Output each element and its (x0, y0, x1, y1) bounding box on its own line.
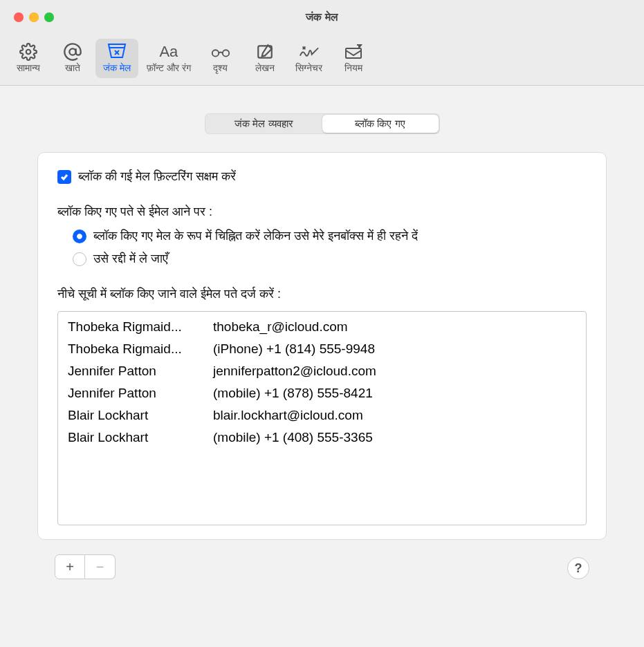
minimize-window-button[interactable] (29, 12, 39, 22)
add-button[interactable]: + (55, 554, 85, 579)
blocked-action-heading: ब्लॉक किए गए पते से ईमेल आने पर : (57, 205, 587, 219)
list-edit-buttons: + − (55, 554, 116, 579)
segment-junk-behavior[interactable]: जंक मेल व्यवहार (206, 115, 322, 133)
maximize-window-button[interactable] (44, 12, 54, 22)
list-item: Jennifer Patton(mobile) +1 (878) 555-842… (68, 382, 576, 404)
radio-option-move-to-trash: उसे रद्दी में ले जाएँ (73, 252, 587, 266)
blocked-name: Blair Lockhart (68, 426, 213, 449)
blocked-name: Jennifer Patton (68, 360, 213, 382)
close-window-button[interactable] (14, 12, 24, 22)
tab-general[interactable]: सामान्य (7, 39, 50, 78)
tab-label: नियम (344, 62, 362, 74)
blocked-contact: blair.lockhart@icloud.com (213, 404, 576, 426)
window-controls (14, 12, 54, 22)
blocked-action-radio-group: ब्लॉक किए गए मेल के रूप में चिह्नित करें… (73, 229, 587, 266)
tab-accounts[interactable]: खाते (51, 39, 94, 78)
list-item: Jennifer Pattonjenniferpatton2@icloud.co… (68, 360, 576, 382)
tab-label: खाते (65, 62, 80, 74)
blocked-contact: (mobile) +1 (878) 555-8421 (213, 382, 576, 404)
rules-icon (343, 41, 364, 62)
radio-option-mark-as-junk: ब्लॉक किए गए मेल के रूप में चिह्नित करें… (73, 229, 587, 243)
compose-icon (255, 41, 275, 62)
blocked-name: Jennifer Patton (68, 382, 213, 404)
svg-point-1 (69, 48, 75, 55)
content-area: जंक मेल व्यवहार ब्लॉक किए गए ब्लॉक की गई… (0, 86, 644, 554)
svg-point-3 (223, 50, 229, 56)
list-item: Thobeka Rigmaid...thobeka_r@icloud.com (68, 316, 576, 338)
at-icon (62, 41, 83, 62)
tab-label: जंक मेल (103, 62, 131, 74)
radio-move-to-trash[interactable] (73, 252, 86, 266)
blocked-pane: ब्लॉक की गई मेल फ़िल्टरिंग सक्षम करें ब्… (37, 152, 607, 540)
segment-blocked[interactable]: ब्लॉक किए गए (322, 115, 439, 133)
tab-label: दृश्य (213, 62, 228, 74)
blocked-contact: jenniferpatton2@icloud.com (213, 360, 576, 382)
help-button[interactable]: ? (567, 557, 589, 579)
blocked-list-heading: नीचे सूची में ब्लॉक किए जाने वाले ईमेल प… (57, 287, 587, 301)
tab-composing[interactable]: लेखन (243, 39, 286, 78)
tab-label: फ़ॉन्ट और रंग (147, 62, 191, 74)
enable-blocked-checkbox[interactable] (57, 170, 71, 184)
segmented-control: जंक मेल व्यवहार ब्लॉक किए गए (205, 113, 440, 134)
tab-viewing[interactable]: दृश्य (199, 39, 242, 78)
tab-label: सिग्नेचर (295, 62, 322, 74)
enable-blocked-filter-row: ब्लॉक की गई मेल फ़िल्टरिंग सक्षम करें (57, 169, 587, 184)
tab-fonts-colors[interactable]: Aa फ़ॉन्ट और रंग (140, 39, 198, 78)
enable-blocked-label: ब्लॉक की गई मेल फ़िल्टरिंग सक्षम करें (78, 169, 236, 184)
junk-box-icon (107, 41, 127, 62)
list-item: Blair Lockhartblair.lockhart@icloud.com (68, 404, 576, 426)
blocked-contact: (mobile) +1 (408) 555-3365 (213, 426, 576, 449)
blocked-contact: (iPhone) +1 (814) 555-9948 (213, 338, 576, 360)
tab-signatures[interactable]: सिग्नेचर (288, 39, 331, 78)
preferences-window: जंक मेल सामान्य खाते जंक मेल Aa फ़ॉन्ट औ… (0, 0, 644, 647)
remove-button[interactable]: − (85, 554, 116, 579)
preferences-toolbar: सामान्य खाते जंक मेल Aa फ़ॉन्ट और रंग दृ… (0, 35, 644, 86)
radio-mark-as-junk[interactable] (73, 229, 86, 243)
tab-label: सामान्य (17, 62, 40, 74)
glasses-icon (210, 41, 231, 62)
aa-icon: Aa (158, 41, 179, 62)
svg-rect-5 (346, 48, 361, 58)
list-item: Thobeka Rigmaid...(iPhone) +1 (814) 555-… (68, 338, 576, 360)
svg-point-0 (26, 50, 31, 55)
title-bar: जंक मेल (0, 0, 644, 35)
tab-label: लेखन (255, 62, 275, 74)
tab-rules[interactable]: नियम (332, 39, 375, 78)
blocked-name: Thobeka Rigmaid... (68, 316, 213, 338)
radio-label: ब्लॉक किए गए मेल के रूप में चिह्नित करें… (93, 229, 418, 243)
gear-icon (18, 41, 39, 62)
blocked-contact: thobeka_r@icloud.com (213, 316, 576, 338)
blocked-list[interactable]: Thobeka Rigmaid...thobeka_r@icloud.com T… (57, 311, 587, 525)
tab-junk-mail[interactable]: जंक मेल (95, 39, 138, 78)
blocked-name: Thobeka Rigmaid... (68, 338, 213, 360)
window-title: जंक मेल (0, 11, 644, 24)
list-item: Blair Lockhart(mobile) +1 (408) 555-3365 (68, 426, 576, 449)
radio-label: उसे रद्दी में ले जाएँ (93, 252, 168, 266)
signature-icon (299, 41, 320, 62)
blocked-name: Blair Lockhart (68, 404, 213, 426)
svg-point-2 (212, 50, 219, 56)
